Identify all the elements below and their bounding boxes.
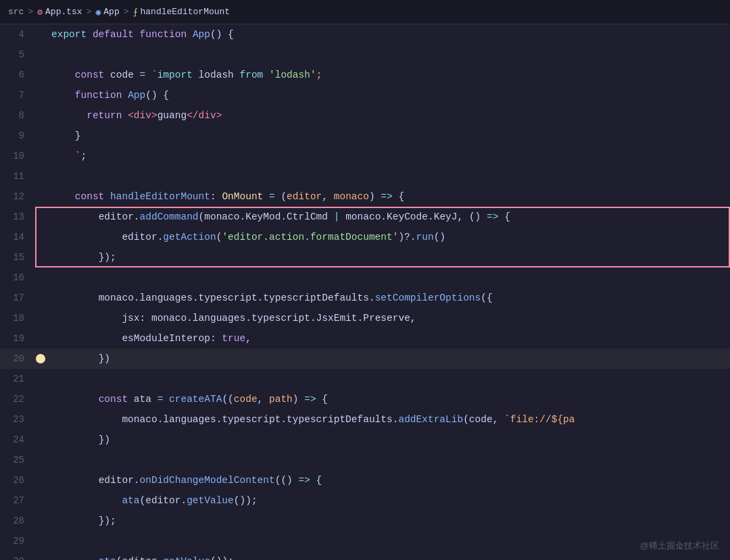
line-27: 27 ata(editor.getValue()); xyxy=(0,490,730,511)
breadcrumb-file[interactable]: ⚙ App.tsx xyxy=(37,7,82,18)
line-11: 11 xyxy=(0,166,730,186)
line-21: 21 xyxy=(0,369,730,389)
code-editor[interactable]: 4 export default function App() { 5 6 co… xyxy=(0,24,730,560)
watermark: @稀土掘金技术社区 xyxy=(640,540,719,552)
line-8: 8 return <div>guang</div> xyxy=(0,105,730,126)
line-29: 29 xyxy=(0,531,730,551)
line-20: 20 }) xyxy=(0,349,730,369)
line-26: 26 editor.onDidChangeModelContent(() => … xyxy=(0,470,730,490)
line-4: 4 export default function App() { xyxy=(0,24,730,45)
line-13: 13 editor.addCommand(monaco.KeyMod.CtrlC… xyxy=(0,207,730,227)
breadcrumb-class[interactable]: ◉ App xyxy=(95,7,119,18)
line-10: 10 `; xyxy=(0,146,730,166)
line-18: 18 jsx: monaco.languages.typescript.JsxE… xyxy=(0,308,730,328)
breadcrumb-src[interactable]: src xyxy=(8,7,24,17)
lightbulb-icon[interactable] xyxy=(36,354,45,363)
line-6: 6 const code = `import lodash from 'loda… xyxy=(0,65,730,85)
line-30: 30 ata(editor.getValue()); xyxy=(0,551,730,560)
line-25: 25 xyxy=(0,450,730,470)
line-28: 28 }); xyxy=(0,511,730,531)
line-23: 23 monaco.languages.typescript.typescrip… xyxy=(0,409,730,430)
line-16: 16 xyxy=(0,268,730,288)
highlight-region: 13 editor.addCommand(monaco.KeyMod.CtrlC… xyxy=(0,207,730,268)
breadcrumb-func[interactable]: ⨍ handleEditorMount xyxy=(133,7,230,18)
line-12: 12 const handleEditorMount: OnMount = (e… xyxy=(0,186,730,207)
file-icon: ⚙ xyxy=(37,7,43,18)
line-9: 9 } xyxy=(0,126,730,146)
line-5: 5 xyxy=(0,45,730,65)
func-icon: ⨍ xyxy=(133,7,138,18)
class-icon: ◉ xyxy=(95,7,101,18)
line-15: 15 }); xyxy=(0,247,730,268)
line-17: 17 monaco.languages.typescript.typescrip… xyxy=(0,288,730,308)
line-22: 22 const ata = createATA((code, path) =>… xyxy=(0,389,730,409)
breadcrumb: src > ⚙ App.tsx > ◉ App > ⨍ handleEditor… xyxy=(0,0,730,24)
line-14: 14 editor.getAction('editor.action.forma… xyxy=(0,227,730,247)
line-24: 24 }) xyxy=(0,430,730,450)
line-7: 7 function App() { xyxy=(0,85,730,105)
line-19: 19 esModuleInterop: true, xyxy=(0,328,730,349)
